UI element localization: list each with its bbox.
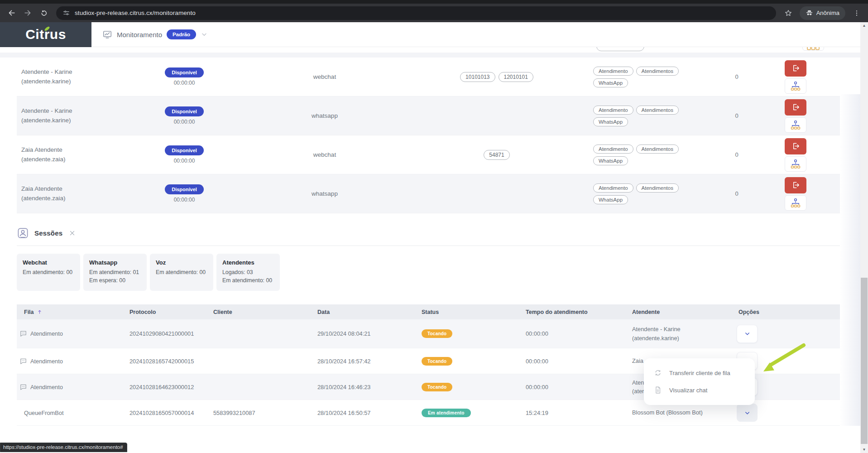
queue-tag: WhatsApp: [593, 78, 628, 87]
attendant-login: (atendente.karine): [632, 334, 731, 342]
dashboard-badge: Padrão: [167, 29, 196, 39]
scrollbar-thumb[interactable]: [861, 278, 868, 444]
browser-toolbar: studiox-pre-release.citrus.cx/monitorame…: [0, 4, 868, 22]
partial-org-button[interactable]: [802, 47, 824, 51]
section-divider: [17, 246, 840, 246]
summary-card-voz: Voz Em atendimento: 00: [150, 254, 213, 291]
menu-item-transfer[interactable]: Transferir cliente de fila: [644, 364, 755, 381]
site-info-icon[interactable]: [62, 9, 70, 17]
queue-tag: WhatsApp: [593, 195, 628, 204]
partial-tag-pill: [596, 47, 644, 51]
queues-org-button[interactable]: [785, 78, 806, 94]
agent-login: (atendente.karine): [21, 77, 148, 87]
forward-button[interactable]: [21, 6, 34, 20]
sessions-icon: [17, 227, 29, 239]
agent-row: Atendente - Karine(atendente.karine) Dis…: [17, 96, 840, 135]
ramal-pill: 10101013: [460, 72, 495, 82]
queue-name: Atendimento: [30, 330, 63, 337]
agent-count: 0: [700, 190, 773, 197]
force-logout-button[interactable]: [785, 138, 806, 154]
queue-tag: Atendimentos: [636, 67, 679, 76]
app-header: Citrus Monitoramento Padrão: [0, 22, 868, 47]
agent-row: Zaia Atendente(atendente.zaia) Disponíve…: [17, 135, 840, 174]
partial-row-strip: [0, 47, 868, 58]
close-sessions-button[interactable]: [69, 230, 76, 236]
queues-org-button[interactable]: [785, 156, 806, 172]
queues-org-button[interactable]: [785, 195, 806, 211]
queue-row: Atendimento 20241029080421000001 29/10/2…: [17, 319, 840, 348]
queue-tag: Atendimentos: [636, 183, 679, 193]
scroll-up-arrow[interactable]: ▲: [860, 22, 868, 29]
incognito-profile-button[interactable]: Anônima: [800, 6, 845, 20]
org-boxes-icon: [807, 47, 820, 50]
card-line: Em atendimento: 01: [89, 268, 141, 276]
chevron-down-icon[interactable]: [201, 31, 208, 38]
bookmark-star-button[interactable]: [782, 6, 795, 20]
row-options-button[interactable]: [737, 404, 758, 422]
queue-tag: WhatsApp: [593, 156, 628, 165]
agent-login: (atendente.zaia): [21, 155, 148, 164]
browser-menu-button[interactable]: [850, 6, 863, 20]
exit-icon: [791, 142, 800, 150]
queues-org-button[interactable]: [785, 117, 806, 133]
status-time: 00:00:00: [174, 158, 195, 164]
date: 28/10/2024 16:50:57: [310, 410, 414, 416]
card-line: Logados: 03: [222, 268, 274, 276]
card-title: Webchat: [23, 259, 74, 266]
exit-icon: [791, 64, 800, 72]
menu-item-label: Transferir cliente de fila: [669, 370, 730, 376]
queue-tag: Atendimentos: [636, 145, 679, 154]
ramal-pill: 54871: [484, 150, 509, 160]
org-chart-icon: [790, 120, 801, 130]
status-bar-link: https://studiox-pre-release.citrus.cx/mo…: [0, 443, 127, 452]
card-line: Em atendimento: 00: [222, 276, 274, 284]
chevron-down-icon: [744, 330, 751, 337]
queue-tag: Atendimento: [593, 145, 633, 154]
status-badge: Em atendimento: [422, 409, 471, 417]
agent-channel: webchat: [221, 73, 429, 80]
status-badge: Tocando: [422, 329, 452, 338]
force-logout-button[interactable]: [785, 60, 806, 77]
address-bar[interactable]: studiox-pre-release.citrus.cx/monitorame…: [56, 6, 776, 20]
menu-item-label: Visualizar chat: [669, 387, 707, 394]
attendant-name: Blossom Bot (Blossom Bot): [632, 408, 731, 417]
chat-bubble-icon: [19, 383, 27, 391]
forward-arrow-icon: [24, 9, 32, 17]
force-logout-button[interactable]: [785, 99, 806, 116]
back-button[interactable]: [5, 6, 18, 20]
scrollbar[interactable]: ▲ ▼: [860, 22, 868, 453]
agent-count: 0: [700, 151, 773, 158]
reload-button[interactable]: [37, 6, 51, 20]
refresh-icon: [654, 369, 662, 377]
org-chart-icon: [790, 159, 801, 169]
agent-row: Zaia Atendente(atendente.zaia) Disponíve…: [17, 174, 840, 213]
card-title: Atendentes: [222, 259, 274, 266]
status-time: 00:00:00: [174, 197, 195, 203]
star-icon: [784, 9, 792, 17]
close-icon: [69, 230, 76, 236]
scroll-down-arrow[interactable]: ▼: [860, 446, 868, 453]
column-header: Status: [414, 309, 518, 315]
column-header: Protocolo: [122, 309, 206, 315]
row-options-button[interactable]: [737, 325, 758, 343]
service-time: 00:00:00: [518, 384, 625, 390]
menu-item-view-chat[interactable]: Visualizar chat: [644, 381, 755, 399]
org-chart-icon: [790, 81, 801, 92]
force-logout-button[interactable]: [785, 177, 806, 193]
sort-up-icon: [37, 309, 43, 315]
column-header: Cliente: [206, 309, 310, 315]
row-options-menu: Transferir cliente de fila Visualizar ch…: [644, 358, 755, 405]
citrus-logo[interactable]: Citrus: [0, 22, 91, 47]
card-title: Voz: [156, 259, 207, 266]
queue-tag: Atendimento: [593, 183, 633, 193]
agents-table: Atendente - Karine(atendente.karine) Dis…: [17, 58, 840, 213]
queue-table-header: Fila Protocolo Cliente Data Status Tempo…: [17, 304, 840, 319]
summary-card-whatsapp: Whatsapp Em atendimento: 01 Em espera: 0…: [83, 254, 147, 291]
status-badge: Tocando: [422, 357, 452, 366]
browser-chrome: studiox-pre-release.citrus.cx/monitorame…: [0, 0, 868, 22]
card-line: Em atendimento: 00: [156, 268, 207, 276]
url-text: studiox-pre-release.citrus.cx/monitorame…: [75, 10, 196, 16]
status-badge: Disponível: [165, 145, 204, 155]
row-separator-band: [0, 53, 868, 58]
column-header-fila[interactable]: Fila: [17, 309, 122, 315]
